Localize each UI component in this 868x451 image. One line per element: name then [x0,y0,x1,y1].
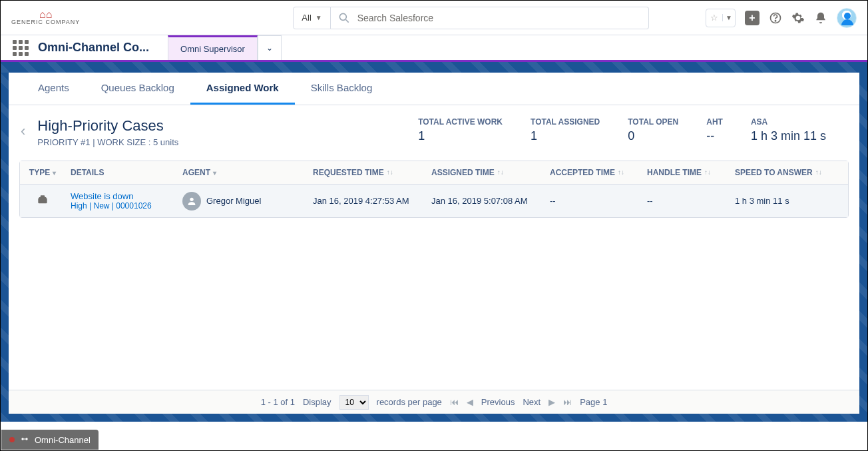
stat-total-active-work: TOTAL ACTIVE WORK 1 [418,117,503,143]
star-icon: ☆ [706,13,722,23]
stat-label: ASA [751,117,826,127]
col-header-assigned-time[interactable]: ASSIGNED TIME↑↓ [426,161,544,184]
col-header-accepted-time[interactable]: ACCEPTED TIME↑↓ [544,161,642,184]
table-row[interactable]: Website is down High | New | 00001026 Gr… [20,185,848,217]
stat-total-open: TOTAL OPEN 0 [628,117,678,143]
stat-value: 1 [531,129,600,143]
sort-icon: ↑↓ [704,171,711,175]
notifications-bell-icon[interactable] [814,11,827,25]
content-wrapper: Agents Queues Backlog Assigned Work Skil… [1,73,867,422]
subtab-agents[interactable]: Agents [22,73,85,105]
subtab-queues-backlog[interactable]: Queues Backlog [85,73,190,105]
agent-name: Gregor Miguel [206,196,261,206]
prev-page-icon[interactable]: ◀ [467,397,473,407]
pagination-page: Page 1 [580,397,607,407]
case-details-sub[interactable]: High | New | 00001026 [71,201,152,211]
app-launcher-icon[interactable] [13,40,29,56]
pagination-bar: 1 - 1 of 1 Display 10 records per page ⏮… [9,390,859,414]
search-input[interactable] [357,13,642,23]
col-header-handle-time[interactable]: HANDLE TIME↑↓ [642,161,730,184]
pagination-range: 1 - 1 of 1 [261,397,295,407]
filter-caret-icon: ▾ [53,169,56,177]
svg-point-5 [21,438,24,440]
filter-caret-icon: ▾ [213,169,216,177]
stat-aht: AHT -- [706,117,723,143]
back-chevron-icon[interactable]: ‹ [15,117,37,140]
utility-label: Omni-Channel [35,435,91,445]
cell-agent: Gregor Miguel [177,185,308,217]
pagination-rpp-label: records per page [377,397,442,407]
svg-point-0 [339,13,346,20]
queue-header: ‹ High-Priority Cases PRIORITY #1 | WORK… [9,105,859,161]
col-header-type[interactable]: TYPE▾ [20,161,65,184]
col-header-agent[interactable]: AGENT▾ [177,161,308,184]
stat-value: 1 [418,129,503,143]
queue-stats: TOTAL ACTIVE WORK 1 TOTAL ASSIGNED 1 TOT… [418,117,853,143]
cell-accepted-time: -- [544,185,642,217]
plus-icon: + [749,12,755,24]
brand-band [1,62,867,73]
svg-point-4 [190,197,193,201]
setup-gear-icon[interactable] [791,11,805,25]
header-label: DETAILS [71,168,104,177]
cell-assigned-time: Jan 16, 2019 5:07:08 AM [426,185,544,217]
workspace-tabs: Omni Supervisor ⌄ [168,35,282,60]
app-navigation-bar: Omni-Channel Co... Omni Supervisor ⌄ [1,35,867,62]
cell-details: Website is down High | New | 00001026 [65,185,177,217]
svg-line-1 [345,19,348,22]
queue-title: High-Priority Cases [37,117,178,135]
search-icon [337,11,351,25]
last-page-icon[interactable]: ⏭ [563,397,572,407]
cell-type [20,185,65,217]
stat-label: AHT [706,117,723,127]
stat-value: 0 [628,129,678,143]
previous-link[interactable]: Previous [481,397,515,407]
stat-label: TOTAL OPEN [628,117,678,127]
logo-text: GENERIC COMPANY [11,19,80,25]
company-logo: ⌂⌂ GENERIC COMPANY [11,11,80,25]
next-link[interactable]: Next [523,397,541,407]
logo-icon: ⌂⌂ [39,11,52,19]
header-label: SPEED TO ANSWER [735,168,813,177]
sort-icon: ↑↓ [497,171,504,175]
tab-omni-supervisor[interactable]: Omni Supervisor [168,35,258,60]
agent-avatar-icon [182,192,201,211]
stat-total-assigned: TOTAL ASSIGNED 1 [531,117,600,143]
case-briefcase-icon [37,195,48,207]
queue-title-block: High-Priority Cases PRIORITY #1 | WORK S… [37,117,178,147]
header-label: AGENT [182,168,210,177]
supervisor-subtabs: Agents Queues Backlog Assigned Work Skil… [9,73,859,105]
next-page-icon[interactable]: ▶ [548,397,555,407]
presence-status-dot-icon [9,437,15,442]
cell-speed-to-answer: 1 h 3 min 11 s [730,185,848,217]
utility-bar-omni-channel[interactable]: Omni-Channel [1,430,99,450]
case-subject-link[interactable]: Website is down [71,191,133,201]
header-label: HANDLE TIME [647,168,702,177]
search-scope-dropdown[interactable]: All ▼ [293,7,330,29]
cell-requested-time: Jan 16, 2019 4:27:53 AM [308,185,426,217]
queue-subtitle: PRIORITY #1 | WORK SIZE : 5 units [37,137,178,147]
assigned-work-table: TYPE▾ DETAILS AGENT▾ REQUESTED TIME↑↓ AS… [19,161,849,218]
col-header-details[interactable]: DETAILS [65,161,177,184]
stat-value: -- [706,129,723,143]
tab-overflow-dropdown[interactable]: ⌄ [258,35,282,60]
header-label: ASSIGNED TIME [431,168,495,177]
help-icon[interactable] [769,11,782,25]
pagination-display-label: Display [303,397,331,407]
table-header-row: TYPE▾ DETAILS AGENT▾ REQUESTED TIME↑↓ AS… [20,161,848,185]
favorites-button[interactable]: ☆ ▼ [706,9,736,27]
col-header-requested-time[interactable]: REQUESTED TIME↑↓ [308,161,426,184]
first-page-icon[interactable]: ⏮ [450,397,459,407]
search-box [331,7,649,29]
subtab-skills-backlog[interactable]: Skills Backlog [295,73,389,105]
page-size-select[interactable]: 10 [339,395,369,410]
col-header-speed-to-answer[interactable]: SPEED TO ANSWER↑↓ [730,161,848,184]
user-avatar[interactable] [837,8,857,28]
cell-handle-time: -- [642,185,730,217]
header-actions: ☆ ▼ + [706,8,857,28]
subtab-assigned-work[interactable]: Assigned Work [190,73,295,105]
stat-label: TOTAL ACTIVE WORK [418,117,503,127]
svg-point-6 [25,438,28,440]
global-add-button[interactable]: + [745,11,760,25]
header-label: TYPE [29,168,50,177]
